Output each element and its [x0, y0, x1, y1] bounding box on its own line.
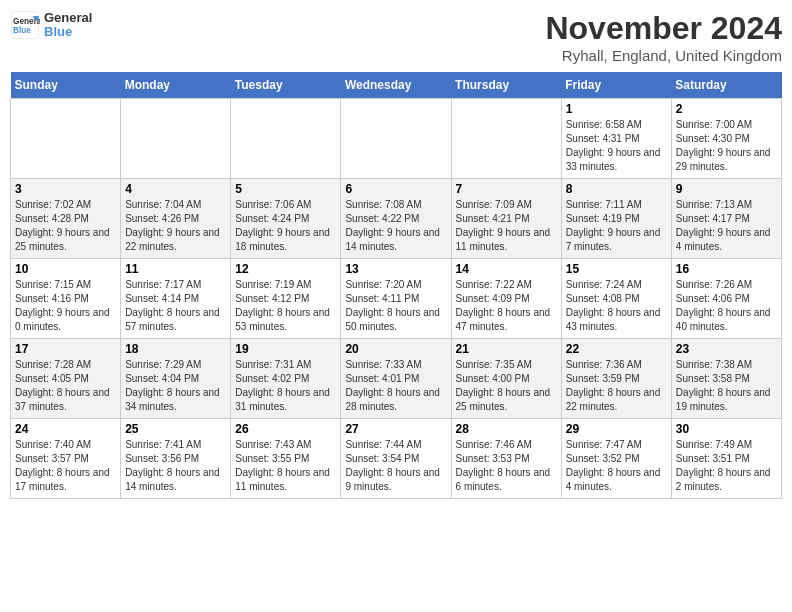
calendar-cell: 2Sunrise: 7:00 AM Sunset: 4:30 PM Daylig… — [671, 99, 781, 179]
day-info: Sunrise: 7:19 AM Sunset: 4:12 PM Dayligh… — [235, 278, 336, 334]
day-info: Sunrise: 7:43 AM Sunset: 3:55 PM Dayligh… — [235, 438, 336, 494]
calendar-cell: 14Sunrise: 7:22 AM Sunset: 4:09 PM Dayli… — [451, 259, 561, 339]
day-info: Sunrise: 7:29 AM Sunset: 4:04 PM Dayligh… — [125, 358, 226, 414]
calendar-cell — [121, 99, 231, 179]
calendar-cell: 9Sunrise: 7:13 AM Sunset: 4:17 PM Daylig… — [671, 179, 781, 259]
day-number: 9 — [676, 182, 777, 196]
day-info: Sunrise: 7:08 AM Sunset: 4:22 PM Dayligh… — [345, 198, 446, 254]
day-number: 20 — [345, 342, 446, 356]
day-info: Sunrise: 7:36 AM Sunset: 3:59 PM Dayligh… — [566, 358, 667, 414]
day-number: 4 — [125, 182, 226, 196]
day-number: 29 — [566, 422, 667, 436]
day-number: 16 — [676, 262, 777, 276]
day-number: 10 — [15, 262, 116, 276]
day-info: Sunrise: 7:06 AM Sunset: 4:24 PM Dayligh… — [235, 198, 336, 254]
calendar-cell — [231, 99, 341, 179]
logo-icon: General Blue — [10, 10, 40, 40]
calendar-cell: 25Sunrise: 7:41 AM Sunset: 3:56 PM Dayli… — [121, 419, 231, 499]
calendar-cell: 27Sunrise: 7:44 AM Sunset: 3:54 PM Dayli… — [341, 419, 451, 499]
calendar-cell: 10Sunrise: 7:15 AM Sunset: 4:16 PM Dayli… — [11, 259, 121, 339]
day-number: 30 — [676, 422, 777, 436]
calendar-cell: 7Sunrise: 7:09 AM Sunset: 4:21 PM Daylig… — [451, 179, 561, 259]
day-number: 14 — [456, 262, 557, 276]
calendar-cell — [11, 99, 121, 179]
day-info: Sunrise: 7:20 AM Sunset: 4:11 PM Dayligh… — [345, 278, 446, 334]
day-info: Sunrise: 7:13 AM Sunset: 4:17 PM Dayligh… — [676, 198, 777, 254]
day-info: Sunrise: 7:49 AM Sunset: 3:51 PM Dayligh… — [676, 438, 777, 494]
week-row-1: 1Sunrise: 6:58 AM Sunset: 4:31 PM Daylig… — [11, 99, 782, 179]
logo-line1: General — [44, 11, 92, 25]
day-info: Sunrise: 7:11 AM Sunset: 4:19 PM Dayligh… — [566, 198, 667, 254]
day-info: Sunrise: 7:02 AM Sunset: 4:28 PM Dayligh… — [15, 198, 116, 254]
day-number: 15 — [566, 262, 667, 276]
calendar-cell — [341, 99, 451, 179]
day-number: 26 — [235, 422, 336, 436]
day-info: Sunrise: 7:40 AM Sunset: 3:57 PM Dayligh… — [15, 438, 116, 494]
day-number: 3 — [15, 182, 116, 196]
calendar-cell: 21Sunrise: 7:35 AM Sunset: 4:00 PM Dayli… — [451, 339, 561, 419]
calendar-cell: 28Sunrise: 7:46 AM Sunset: 3:53 PM Dayli… — [451, 419, 561, 499]
calendar-cell: 23Sunrise: 7:38 AM Sunset: 3:58 PM Dayli… — [671, 339, 781, 419]
day-info: Sunrise: 7:04 AM Sunset: 4:26 PM Dayligh… — [125, 198, 226, 254]
day-info: Sunrise: 7:22 AM Sunset: 4:09 PM Dayligh… — [456, 278, 557, 334]
location: Ryhall, England, United Kingdom — [545, 47, 782, 64]
svg-text:Blue: Blue — [13, 26, 31, 35]
calendar-cell: 4Sunrise: 7:04 AM Sunset: 4:26 PM Daylig… — [121, 179, 231, 259]
day-number: 21 — [456, 342, 557, 356]
day-number: 2 — [676, 102, 777, 116]
day-number: 27 — [345, 422, 446, 436]
day-header-wednesday: Wednesday — [341, 72, 451, 99]
calendar-cell: 11Sunrise: 7:17 AM Sunset: 4:14 PM Dayli… — [121, 259, 231, 339]
week-row-4: 17Sunrise: 7:28 AM Sunset: 4:05 PM Dayli… — [11, 339, 782, 419]
day-number: 13 — [345, 262, 446, 276]
calendar-cell: 6Sunrise: 7:08 AM Sunset: 4:22 PM Daylig… — [341, 179, 451, 259]
day-number: 1 — [566, 102, 667, 116]
day-info: Sunrise: 7:15 AM Sunset: 4:16 PM Dayligh… — [15, 278, 116, 334]
calendar-cell: 17Sunrise: 7:28 AM Sunset: 4:05 PM Dayli… — [11, 339, 121, 419]
day-number: 23 — [676, 342, 777, 356]
day-info: Sunrise: 7:35 AM Sunset: 4:00 PM Dayligh… — [456, 358, 557, 414]
calendar-cell: 19Sunrise: 7:31 AM Sunset: 4:02 PM Dayli… — [231, 339, 341, 419]
day-header-friday: Friday — [561, 72, 671, 99]
calendar-cell: 5Sunrise: 7:06 AM Sunset: 4:24 PM Daylig… — [231, 179, 341, 259]
calendar-cell: 8Sunrise: 7:11 AM Sunset: 4:19 PM Daylig… — [561, 179, 671, 259]
calendar-cell: 3Sunrise: 7:02 AM Sunset: 4:28 PM Daylig… — [11, 179, 121, 259]
month-title: November 2024 — [545, 10, 782, 47]
day-info: Sunrise: 7:09 AM Sunset: 4:21 PM Dayligh… — [456, 198, 557, 254]
day-number: 25 — [125, 422, 226, 436]
calendar-cell: 18Sunrise: 7:29 AM Sunset: 4:04 PM Dayli… — [121, 339, 231, 419]
week-row-2: 3Sunrise: 7:02 AM Sunset: 4:28 PM Daylig… — [11, 179, 782, 259]
calendar-cell: 12Sunrise: 7:19 AM Sunset: 4:12 PM Dayli… — [231, 259, 341, 339]
day-info: Sunrise: 7:17 AM Sunset: 4:14 PM Dayligh… — [125, 278, 226, 334]
week-row-5: 24Sunrise: 7:40 AM Sunset: 3:57 PM Dayli… — [11, 419, 782, 499]
day-info: Sunrise: 6:58 AM Sunset: 4:31 PM Dayligh… — [566, 118, 667, 174]
calendar-cell: 13Sunrise: 7:20 AM Sunset: 4:11 PM Dayli… — [341, 259, 451, 339]
calendar-cell: 1Sunrise: 6:58 AM Sunset: 4:31 PM Daylig… — [561, 99, 671, 179]
day-number: 22 — [566, 342, 667, 356]
day-info: Sunrise: 7:33 AM Sunset: 4:01 PM Dayligh… — [345, 358, 446, 414]
header-row: SundayMondayTuesdayWednesdayThursdayFrid… — [11, 72, 782, 99]
day-info: Sunrise: 7:46 AM Sunset: 3:53 PM Dayligh… — [456, 438, 557, 494]
day-info: Sunrise: 7:31 AM Sunset: 4:02 PM Dayligh… — [235, 358, 336, 414]
calendar-cell: 29Sunrise: 7:47 AM Sunset: 3:52 PM Dayli… — [561, 419, 671, 499]
calendar-cell: 16Sunrise: 7:26 AM Sunset: 4:06 PM Dayli… — [671, 259, 781, 339]
day-number: 24 — [15, 422, 116, 436]
day-number: 5 — [235, 182, 336, 196]
title-area: November 2024 Ryhall, England, United Ki… — [545, 10, 782, 64]
calendar-cell: 26Sunrise: 7:43 AM Sunset: 3:55 PM Dayli… — [231, 419, 341, 499]
day-header-tuesday: Tuesday — [231, 72, 341, 99]
logo-line2: Blue — [44, 25, 92, 39]
calendar-cell — [451, 99, 561, 179]
day-number: 17 — [15, 342, 116, 356]
day-info: Sunrise: 7:24 AM Sunset: 4:08 PM Dayligh… — [566, 278, 667, 334]
calendar-cell: 24Sunrise: 7:40 AM Sunset: 3:57 PM Dayli… — [11, 419, 121, 499]
day-number: 8 — [566, 182, 667, 196]
day-info: Sunrise: 7:41 AM Sunset: 3:56 PM Dayligh… — [125, 438, 226, 494]
day-header-saturday: Saturday — [671, 72, 781, 99]
day-info: Sunrise: 7:00 AM Sunset: 4:30 PM Dayligh… — [676, 118, 777, 174]
day-number: 6 — [345, 182, 446, 196]
day-info: Sunrise: 7:28 AM Sunset: 4:05 PM Dayligh… — [15, 358, 116, 414]
calendar-cell: 15Sunrise: 7:24 AM Sunset: 4:08 PM Dayli… — [561, 259, 671, 339]
day-number: 28 — [456, 422, 557, 436]
calendar-cell: 20Sunrise: 7:33 AM Sunset: 4:01 PM Dayli… — [341, 339, 451, 419]
